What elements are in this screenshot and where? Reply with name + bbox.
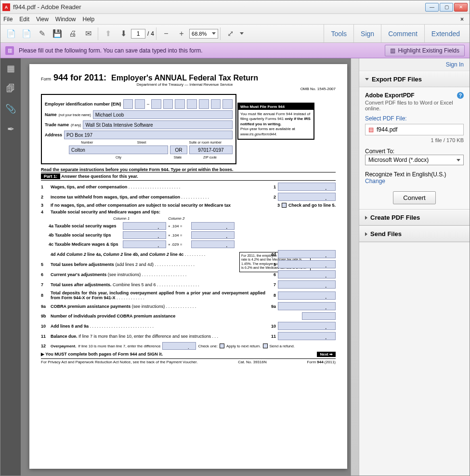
change-lang-link[interactable]: Change (365, 178, 464, 185)
line4d-amount[interactable] (278, 250, 336, 258)
ein-2[interactable] (135, 99, 145, 109)
pdf-file-icon: ▤ (368, 126, 374, 133)
menu-help[interactable]: Help (83, 16, 95, 23)
ein-4[interactable] (163, 99, 173, 109)
export-pdf-icon[interactable]: 📄 (5, 28, 17, 40)
print-icon[interactable]: 🖨 (67, 28, 78, 40)
next-page-badge: Next ➡ (317, 352, 336, 357)
line5-amount[interactable] (278, 260, 336, 268)
chevron-right-icon (365, 232, 367, 236)
city-field[interactable]: Colton (69, 145, 168, 154)
form-icon: ▥ (5, 46, 14, 55)
create-pdf-icon[interactable]: 📄 (21, 28, 32, 40)
l12-apply-checkbox[interactable] (220, 344, 224, 348)
ein-9[interactable] (222, 99, 233, 109)
tools-panel-button[interactable]: Tools (324, 25, 353, 42)
line7-amount[interactable] (278, 280, 336, 289)
line1-amount[interactable] (278, 183, 336, 191)
convert-to-label: Convert To: (365, 148, 464, 155)
highlight-fields-button[interactable]: ▥ Highlight Existing Fields (385, 45, 465, 56)
l4b-c1[interactable] (123, 231, 166, 239)
help-icon[interactable]: ? (457, 92, 464, 99)
l4c-c1[interactable] (123, 240, 166, 248)
prev-page-icon[interactable]: ⬆ (102, 28, 114, 40)
close-button[interactable]: ✕ (454, 3, 468, 12)
create-pdf-accordion[interactable]: Create PDF Files (359, 210, 470, 225)
selected-file-name: f944.pdf (377, 126, 397, 133)
line8-amount[interactable] (278, 291, 336, 300)
menu-file[interactable]: File (3, 16, 13, 23)
convert-button[interactable]: Convert (393, 191, 436, 204)
name-field[interactable]: Michael Loob (93, 110, 233, 119)
address-field[interactable]: PO Box 197 (64, 131, 233, 139)
titlebar: A f944.pdf - Adobe Reader — ▢ ✕ (0, 0, 470, 14)
l4a-c2[interactable] (191, 222, 235, 230)
l4a-c1[interactable] (123, 222, 166, 230)
export-pdf-accordion[interactable]: Export PDF Files (359, 71, 470, 87)
line10-amount[interactable] (278, 322, 336, 330)
zoom-in-icon[interactable]: + (176, 28, 187, 40)
pdf-page: Form 944 for 2011: Employer's ANNUAL Fed… (29, 64, 347, 469)
sign-panel-button[interactable]: Sign (353, 25, 381, 42)
l4b-c2[interactable] (191, 231, 235, 239)
page-sep: / (147, 30, 149, 37)
signatures-icon[interactable]: ✒ (5, 124, 16, 134)
highlight-icon: ▥ (390, 47, 395, 54)
sign-in-link[interactable]: Sign In (359, 58, 470, 71)
employer-box: Employer identification number (EIN) – N… (41, 94, 236, 164)
chevron-right-icon (365, 216, 367, 220)
zip-field[interactable]: 97017-0197 (189, 145, 233, 154)
comment-panel-button[interactable]: Comment (381, 25, 424, 42)
export-title: Adobe ExportPDF? (365, 92, 464, 99)
view-mode-dropdown-icon[interactable] (240, 32, 244, 35)
email-icon[interactable]: ✉ (82, 28, 94, 40)
menu-window[interactable]: Window (55, 16, 76, 23)
send-files-accordion[interactable]: Send Files (359, 226, 470, 242)
convert-format-select[interactable]: Microsoft Word (*.docx) (365, 155, 464, 165)
extended-panel-button[interactable]: Extended (424, 25, 467, 42)
thumbnails-icon[interactable]: ▦ (5, 63, 16, 74)
line9b-count[interactable] (302, 312, 336, 320)
maximize-button[interactable]: ▢ (440, 3, 453, 12)
page-number-input[interactable] (131, 29, 145, 39)
next-page-icon[interactable]: ⬇ (118, 28, 129, 40)
form-message-bar: ▥ Please fill out the following form. Yo… (0, 43, 470, 58)
ein-5[interactable] (175, 99, 185, 109)
zoom-select[interactable]: 68.8% (189, 29, 218, 39)
file-meta: 1 file / 170 KB (365, 137, 464, 143)
chevron-down-icon (365, 78, 369, 80)
ein-8[interactable] (211, 99, 221, 109)
bookmarks-icon[interactable]: 🗐 (5, 83, 16, 94)
state-field[interactable]: OR (170, 145, 187, 154)
menu-view[interactable]: View (36, 16, 49, 23)
ein-1[interactable] (123, 99, 133, 109)
zoom-out-icon[interactable]: − (160, 28, 172, 40)
line6-amount[interactable] (278, 270, 336, 278)
select-file-link[interactable]: Select PDF File: (365, 115, 464, 122)
ein-3[interactable] (151, 99, 161, 109)
document-viewport[interactable]: Form 944 for 2011: Employer's ANNUAL Fed… (21, 58, 359, 476)
l12-refund-checkbox[interactable] (263, 344, 268, 348)
edit-icon[interactable]: ✎ (36, 28, 48, 40)
toolbar: 📄 📄 ✎ 💾 🖨 ✉ ⬆ ⬇ / 4 − + 68.8% ⤢ Tools Si… (0, 25, 470, 43)
document-close-icon[interactable]: × (460, 16, 467, 23)
form-title: Employer's ANNUAL Federal Tax Return (111, 74, 258, 82)
line3-checkbox[interactable] (282, 203, 287, 208)
ein-6[interactable] (187, 99, 197, 109)
fit-page-icon[interactable]: ⤢ (224, 28, 236, 40)
selected-file[interactable]: ▤ f944.pdf (365, 124, 464, 135)
line12-amount[interactable] (162, 342, 196, 350)
right-sidebar: Sign In Export PDF Files Adobe ExportPDF… (359, 58, 470, 476)
tradename-field[interactable]: Wall St Data Intensive Software (83, 120, 233, 129)
ein-7[interactable] (199, 99, 209, 109)
save-icon[interactable]: 💾 (52, 28, 63, 40)
adobe-reader-icon: A (2, 3, 10, 11)
attachments-icon[interactable]: 📎 (5, 104, 16, 114)
window-title: f944.pdf - Adobe Reader (13, 3, 425, 11)
menu-edit[interactable]: Edit (19, 16, 29, 23)
line11-amount[interactable] (278, 332, 336, 340)
line2-amount[interactable] (278, 193, 336, 201)
minimize-button[interactable]: — (425, 3, 439, 12)
l4c-c2[interactable] (191, 240, 235, 248)
line9a-amount[interactable] (278, 302, 336, 310)
